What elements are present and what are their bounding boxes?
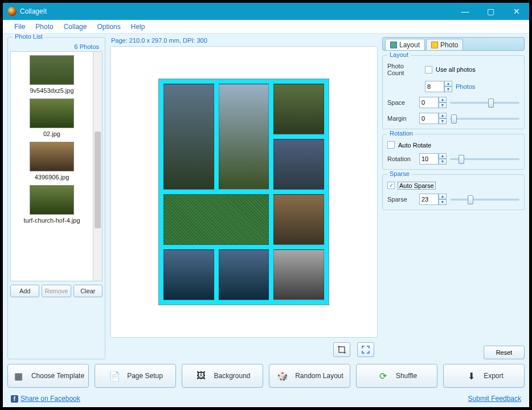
collage-cell[interactable] — [273, 84, 324, 134]
margin-slider[interactable] — [450, 114, 519, 122]
maximize-button[interactable]: ▢ — [478, 3, 504, 20]
space-label: Space — [387, 99, 416, 106]
thumbnail-caption: turf-church-hof-4.jpg — [23, 217, 80, 224]
thumbnail-image — [30, 185, 74, 215]
spinner-buttons[interactable]: ▲▼ — [439, 153, 447, 165]
menu-options[interactable]: Options — [92, 22, 125, 32]
minimize-button[interactable]: — — [452, 3, 478, 20]
button-label: Choose Template — [31, 372, 84, 380]
button-label: Shuffle — [396, 372, 417, 380]
tab-photo[interactable]: Photo — [426, 39, 463, 50]
thumbnail-caption: 4396906.jpg — [35, 174, 69, 181]
page-setup-button[interactable]: 📄 Page Setup — [95, 364, 176, 388]
list-item[interactable]: 02.jpg — [30, 99, 74, 137]
spinner-buttons[interactable]: ▲▼ — [439, 113, 447, 124]
app-icon — [7, 7, 17, 16]
collage-cell[interactable] — [273, 194, 324, 245]
add-button[interactable]: Add — [10, 285, 39, 297]
photo-list[interactable]: 9v5453dxz5.jpg 02.jpg 4396906.jpg — [10, 51, 103, 281]
margin-input[interactable] — [419, 113, 439, 124]
template-icon: ▦ — [12, 369, 26, 383]
link-label: Share on Facebook — [21, 395, 80, 403]
crop-button[interactable] — [333, 342, 350, 357]
photo-list-legend: Photo List — [13, 33, 45, 40]
photos-suffix: Photos — [456, 83, 475, 90]
thumbnail-caption: 9v5453dxz5.jpg — [30, 87, 73, 94]
reset-button[interactable]: Reset — [484, 346, 525, 359]
scrollbar-thumb[interactable] — [95, 132, 101, 228]
menu-photo[interactable]: Photo — [31, 22, 58, 32]
close-button[interactable]: ✕ — [504, 3, 529, 20]
thumbnail-caption: 02.jpg — [43, 130, 60, 137]
background-button[interactable]: 🖼 Background — [182, 364, 263, 388]
scrollbar[interactable] — [93, 52, 102, 281]
group-legend: Rotation — [387, 130, 415, 137]
export-icon: ⬇ — [464, 369, 478, 383]
menu-help[interactable]: Help — [126, 22, 150, 32]
dice-icon: 🎲 — [276, 369, 289, 383]
collage-cell[interactable] — [273, 139, 324, 190]
spinner-buttons[interactable]: ▲▼ — [439, 97, 447, 108]
photo-list-count: 6 Photos — [10, 43, 103, 51]
group-legend: Layout — [387, 51, 411, 58]
submit-feedback-link[interactable]: Submit Feedback — [468, 395, 521, 403]
share-facebook-link[interactable]: f Share on Facebook — [11, 395, 80, 403]
fit-button[interactable] — [357, 342, 374, 357]
page-info: Page: 210.0 x 297.0 mm, DPI: 300 — [110, 37, 378, 44]
margin-label: Margin — [387, 115, 416, 122]
auto-rotate-checkbox[interactable] — [387, 141, 395, 149]
right-tabs: Layout Photo — [382, 37, 525, 51]
collage-canvas[interactable] — [110, 46, 378, 338]
use-all-photos-label: Use all photos — [436, 66, 476, 73]
rotation-label: Rotation — [387, 155, 416, 162]
spinner-buttons[interactable]: ▲▼ — [444, 81, 452, 92]
button-label: Background — [214, 372, 250, 380]
list-item[interactable]: 4396906.jpg — [30, 142, 74, 181]
thumbnail-image — [30, 55, 74, 85]
rotation-input[interactable] — [419, 153, 439, 165]
sparse-slider[interactable] — [450, 195, 519, 203]
photo-count-input[interactable] — [425, 81, 444, 92]
list-item[interactable]: 9v5453dxz5.jpg — [30, 55, 74, 94]
remove-button[interactable]: Remove — [42, 285, 71, 297]
menu-collage[interactable]: Collage — [59, 22, 92, 32]
link-label: Submit Feedback — [468, 395, 521, 403]
layout-group: Layout Photo Count Use all photos ▲▼ Pho… — [382, 55, 525, 129]
button-label: Random Layout — [295, 372, 343, 380]
collage-cell[interactable] — [163, 249, 214, 300]
rotation-slider[interactable] — [450, 155, 519, 163]
use-all-photos-checkbox[interactable] — [425, 66, 432, 73]
layout-icon — [390, 42, 397, 48]
auto-sparse-checkbox[interactable]: ✓ — [387, 182, 395, 189]
sparse-input[interactable] — [419, 194, 439, 205]
space-input[interactable] — [419, 97, 439, 108]
choose-template-button[interactable]: ▦ Choose Template — [7, 364, 89, 388]
title-bar: CollageIt — ▢ ✕ — [3, 3, 529, 20]
space-slider[interactable] — [450, 99, 519, 106]
tab-layout[interactable]: Layout — [385, 39, 425, 50]
collage-cell[interactable] — [219, 249, 269, 300]
spinner-buttons[interactable]: ▲▼ — [439, 194, 447, 205]
photo-count-label: Photo Count — [387, 63, 421, 76]
page-setup-icon: 📄 — [108, 369, 121, 383]
fullscreen-icon — [361, 345, 370, 354]
collage-cell[interactable] — [219, 84, 269, 190]
sparse-label: Sparse — [387, 196, 416, 203]
collage-cell[interactable] — [163, 194, 269, 245]
collage-page[interactable] — [158, 79, 329, 305]
thumbnail-image — [30, 142, 74, 171]
export-button[interactable]: ⬇ Export — [443, 364, 525, 388]
shuffle-button[interactable]: ⟳ Shuffle — [356, 364, 437, 388]
list-item[interactable]: turf-church-hof-4.jpg — [23, 185, 80, 224]
auto-rotate-label: Auto Rotate — [398, 142, 431, 149]
background-icon: 🖼 — [194, 369, 208, 383]
rotation-group: Rotation Auto Rotate Rotation ▲▼ — [382, 134, 525, 170]
random-layout-button[interactable]: 🎲 Random Layout — [269, 364, 350, 388]
window-title: CollageIt — [20, 7, 452, 15]
clear-button[interactable]: Clear — [73, 285, 103, 297]
collage-cell[interactable] — [273, 249, 324, 300]
menu-bar: File Photo Collage Options Help — [3, 20, 529, 34]
button-label: Export — [484, 372, 504, 380]
menu-file[interactable]: File — [10, 22, 30, 32]
collage-cell[interactable] — [163, 84, 214, 190]
